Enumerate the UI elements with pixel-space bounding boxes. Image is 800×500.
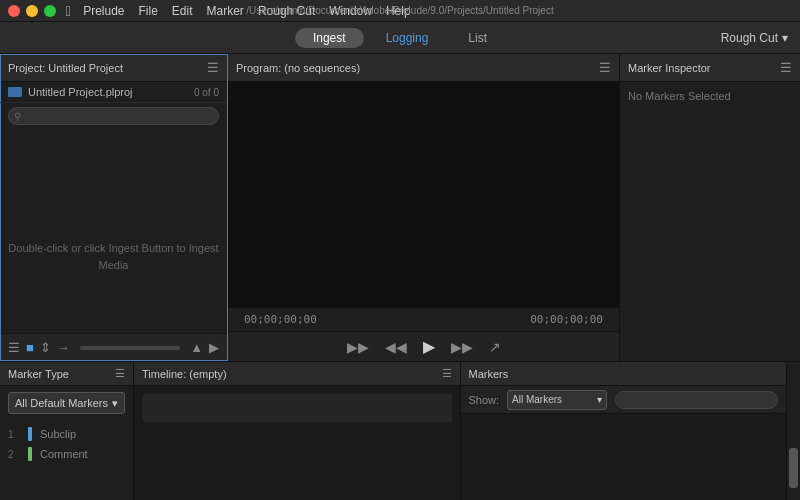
marker-inspector-header: Marker Inspector ☰ <box>620 54 800 82</box>
menu-marker[interactable]: Marker <box>201 2 250 20</box>
program-panel-header: Program: (no sequences) ☰ <box>228 54 619 82</box>
grid-view-icon[interactable]: ■ <box>26 340 34 355</box>
tab-list[interactable]: List <box>450 28 505 48</box>
search-icon: ⚲ <box>14 111 21 122</box>
search-input[interactable] <box>8 107 219 125</box>
timeline-panel: Timeline: (empty) ☰ <box>134 362 461 500</box>
markers-show-bar: Show: All Markers ▾ <box>461 386 787 414</box>
show-label: Show: <box>469 394 500 406</box>
export-button[interactable]: ↗ <box>487 339 503 355</box>
show-dropdown[interactable]: All Markers ▾ <box>507 390 607 410</box>
marker-color-green-icon <box>28 447 32 461</box>
list-view-icon[interactable]: ☰ <box>8 340 20 355</box>
marker-num-1: 1 <box>8 429 20 440</box>
marker-label-subclip: Subclip <box>40 428 76 440</box>
markers-panel: Markers Show: All Markers ▾ <box>461 362 787 500</box>
add-icon[interactable]: → <box>57 340 70 355</box>
file-count: 0 of 0 <box>194 87 219 98</box>
traffic-lights <box>8 5 56 17</box>
timeline-header: Timeline: (empty) ☰ <box>134 362 460 386</box>
project-panel-header: Project: Untitled Project ☰ <box>0 54 227 82</box>
program-title: Program: (no sequences) <box>236 62 360 74</box>
menu-edit[interactable]: Edit <box>166 2 199 20</box>
bottom-section: Marker Type ☰ All Default Markers ▾ 1 Su… <box>0 362 800 500</box>
marker-inspector-title: Marker Inspector <box>628 62 711 74</box>
close-button[interactable] <box>8 5 20 17</box>
marker-inspector-panel: Marker Inspector ☰ No Markers Selected <box>620 54 800 361</box>
go-to-in-point-button[interactable]: ▶▶ <box>345 339 371 355</box>
zoom-in-icon[interactable]: ▶ <box>209 340 219 355</box>
slider-track <box>80 346 180 350</box>
marker-type-dropdown[interactable]: All Default Markers ▾ <box>8 392 125 414</box>
list-item: 1 Subclip <box>0 424 133 444</box>
title-path: /Users/admin/Documents/Adobe/Prelude/9.0… <box>246 5 553 16</box>
program-panel: Program: (no sequences) ☰ 00;00;00;00 00… <box>228 54 620 361</box>
marker-inspector-menu-icon[interactable]: ☰ <box>780 60 792 75</box>
maximize-button[interactable] <box>44 5 56 17</box>
adjust-icon[interactable]: ⇕ <box>40 340 51 355</box>
project-panel: Project: Untitled Project ☰ Untitled Pro… <box>0 54 228 361</box>
minimize-button[interactable] <box>26 5 38 17</box>
program-menu-icon[interactable]: ☰ <box>599 60 611 75</box>
timeline-track-row <box>142 394 452 422</box>
scrollbar-thumb[interactable] <box>789 448 798 488</box>
project-file-row: Untitled Project.plproj 0 of 0 <box>0 82 227 103</box>
toolbar: Ingest Logging List Rough Cut ▾ <box>0 22 800 54</box>
tab-ingest[interactable]: Ingest <box>295 28 364 48</box>
marker-list: 1 Subclip 2 Comment <box>0 420 133 468</box>
main-content: Project: Untitled Project ☰ Untitled Pro… <box>0 54 800 362</box>
marker-num-2: 2 <box>8 449 20 460</box>
menu-file[interactable]: File <box>133 2 164 20</box>
project-panel-content: Untitled Project.plproj 0 of 0 ⚲ Double-… <box>0 82 227 333</box>
markers-list-area <box>461 414 787 500</box>
play-button[interactable]: ▶ <box>421 337 437 356</box>
title-bar:  Prelude File Edit Marker Rough Cut Win… <box>0 0 800 22</box>
timecode-right: 00;00;00;00 <box>530 313 603 326</box>
tab-logging[interactable]: Logging <box>368 28 447 48</box>
step-forward-button[interactable]: ▶▶ <box>449 339 475 355</box>
marker-type-dropdown-value: All Default Markers <box>15 397 108 409</box>
timecode-bar: 00;00;00;00 00;00;00;00 <box>228 307 619 331</box>
no-markers-label: No Markers Selected <box>620 82 800 110</box>
dropdown-chevron-icon: ▾ <box>112 397 118 410</box>
timeline-menu-icon[interactable]: ☰ <box>442 367 452 380</box>
marker-type-panel: Marker Type ☰ All Default Markers ▾ 1 Su… <box>0 362 134 500</box>
list-item: 2 Comment <box>0 444 133 464</box>
step-back-button[interactable]: ◀◀ <box>383 339 409 355</box>
markers-title: Markers <box>469 368 509 380</box>
chevron-down-icon: ▾ <box>782 31 788 45</box>
project-panel-footer: ☰ ■ ⇕ → ▲ ▶ <box>0 333 227 361</box>
rough-cut-tab[interactable]: Rough Cut ▾ <box>721 31 788 45</box>
rough-cut-label: Rough Cut <box>721 31 778 45</box>
marker-label-comment: Comment <box>40 448 88 460</box>
markers-panel-header: Markers <box>461 362 787 386</box>
show-dropdown-value: All Markers <box>512 394 562 405</box>
search-bar: ⚲ <box>0 103 227 129</box>
file-icon <box>8 87 22 97</box>
timeline-title: Timeline: (empty) <box>142 368 227 380</box>
file-name: Untitled Project.plproj <box>28 86 188 98</box>
empty-hint: Double-click or click Ingest Button to I… <box>0 240 227 273</box>
zoom-out-icon[interactable]: ▲ <box>190 340 203 355</box>
toolbar-tabs: Ingest Logging List <box>295 28 505 48</box>
menu-prelude[interactable]: Prelude <box>77 2 130 20</box>
marker-type-title: Marker Type <box>8 368 69 380</box>
playback-controls: ▶▶ ◀◀ ▶ ▶▶ ↗ <box>228 331 619 361</box>
marker-type-header: Marker Type ☰ <box>0 362 133 386</box>
markers-search-input[interactable] <box>615 391 778 409</box>
timecode-left: 00;00;00;00 <box>244 313 317 326</box>
scrollbar-panel <box>786 362 800 500</box>
apple-menu[interactable]:  <box>66 3 71 19</box>
search-input-wrap: ⚲ <box>8 107 219 125</box>
video-area <box>228 82 619 307</box>
marker-color-blue-icon <box>28 427 32 441</box>
project-title: Project: Untitled Project <box>8 62 123 74</box>
show-chevron-icon: ▾ <box>597 394 602 405</box>
timeline-content <box>134 386 460 500</box>
marker-type-menu-icon[interactable]: ☰ <box>115 367 125 380</box>
project-menu-icon[interactable]: ☰ <box>207 60 219 75</box>
